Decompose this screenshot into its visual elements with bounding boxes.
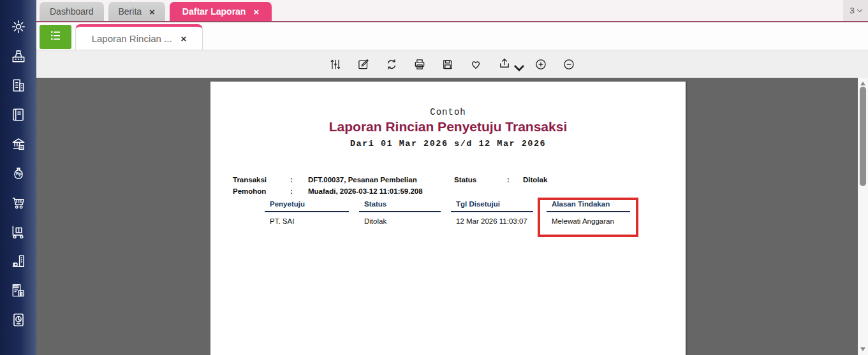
sub-tab-bar: Laporan Rincian ... × bbox=[36, 24, 868, 50]
report-viewer[interactable]: Contoh Laporan Rincian Penyetuju Transak… bbox=[36, 78, 858, 355]
chevron-down-icon[interactable] bbox=[513, 62, 519, 67]
scroll-down-arrow-icon[interactable] bbox=[860, 347, 865, 351]
tax-document-icon: TAX bbox=[10, 282, 27, 301]
close-icon[interactable]: × bbox=[181, 33, 187, 44]
tab-count-dropdown[interactable]: 3 bbox=[843, 0, 868, 21]
table-cell-status: Ditolak bbox=[364, 217, 386, 225]
money-bag-rp-icon: Rp bbox=[10, 165, 27, 184]
column-header-status: Status bbox=[359, 200, 441, 212]
sidebar-item-ledger[interactable] bbox=[9, 107, 28, 124]
sidebar-item-inventory[interactable] bbox=[9, 224, 28, 242]
detail-label-status: Status bbox=[454, 176, 476, 184]
factory-icon bbox=[10, 253, 27, 272]
shopping-cart-icon bbox=[10, 194, 27, 214]
refresh-icon[interactable] bbox=[385, 57, 399, 71]
column-header-alasan-tindakan: Alasan Tindakan bbox=[547, 200, 630, 212]
sidebar-item-cash[interactable]: Rp bbox=[9, 166, 28, 183]
edit-icon[interactable] bbox=[357, 57, 371, 71]
sidebar-item-cash-register[interactable] bbox=[9, 48, 28, 66]
detail-label-pemohon: Pemohon bbox=[233, 187, 266, 195]
cash-register-icon bbox=[10, 48, 27, 67]
detail-value-status: Ditolak bbox=[523, 176, 547, 184]
tab-label: Dashboard bbox=[50, 6, 94, 17]
bank-icon bbox=[10, 136, 27, 155]
sidebar: Rp TAX bbox=[0, 0, 36, 355]
tab-label: Daftar Laporan bbox=[182, 6, 246, 17]
export-button[interactable] bbox=[497, 57, 520, 71]
print-icon[interactable] bbox=[413, 57, 427, 71]
detail-separator: : bbox=[290, 176, 293, 184]
table-cell-tgl-disetujui: 12 Mar 2026 11:03:07 bbox=[456, 217, 527, 225]
tab-laporan-rincian[interactable]: Laporan Rincian ... × bbox=[75, 24, 203, 50]
tab-label: Berita bbox=[119, 6, 142, 17]
detail-separator: : bbox=[290, 187, 293, 195]
gear-icon bbox=[10, 18, 27, 38]
report-date-range: Dari 01 Mar 2026 s/d 12 Mar 2026 bbox=[210, 139, 686, 149]
sidebar-item-reports[interactable] bbox=[9, 312, 28, 330]
main-tab-bar: Dashboard Berita × Daftar Laporan × 3 bbox=[36, 0, 868, 22]
zoom-out-icon[interactable] bbox=[562, 57, 576, 71]
book-icon bbox=[10, 106, 27, 126]
scrollbar-thumb[interactable] bbox=[860, 87, 866, 186]
detail-value-transaksi: DFT.00037, Pesanan Pembelian bbox=[308, 176, 417, 184]
report-title: Laporan Rincian Penyetuju Transaksi bbox=[210, 119, 686, 134]
detail-label-transaksi: Transaksi bbox=[233, 176, 267, 184]
sidebar-item-purchasing[interactable] bbox=[9, 195, 28, 212]
sidebar-item-production[interactable] bbox=[9, 254, 28, 271]
list-menu-icon bbox=[48, 28, 63, 46]
tab-dashboard[interactable]: Dashboard bbox=[40, 2, 104, 21]
tab-count-value: 3 bbox=[850, 6, 854, 15]
column-header-penyetuju: Penyetuju bbox=[265, 200, 349, 212]
svg-text:Rp: Rp bbox=[16, 171, 22, 177]
report-toolbar bbox=[36, 50, 868, 78]
filter-sliders-icon[interactable] bbox=[328, 57, 342, 71]
sidebar-item-bank[interactable] bbox=[9, 136, 28, 154]
save-icon[interactable] bbox=[441, 57, 455, 71]
favorite-heart-icon[interactable] bbox=[469, 57, 483, 71]
sidebar-item-company[interactable] bbox=[9, 78, 28, 95]
detail-value-pemohon: Muafadi, 2026-03-12 11:01:59.208 bbox=[308, 187, 423, 195]
report-list-menu-button[interactable] bbox=[40, 25, 71, 49]
table-cell-alasan-tindakan: Melewati Anggaran bbox=[552, 217, 614, 225]
tab-daftar-laporan[interactable]: Daftar Laporan × bbox=[170, 2, 272, 21]
svg-text:TAX: TAX bbox=[14, 286, 18, 288]
report-page: Contoh Laporan Rincian Penyetuju Transak… bbox=[210, 82, 686, 355]
vertical-scrollbar[interactable] bbox=[858, 78, 868, 355]
export-icon bbox=[498, 57, 511, 72]
app-window: Rp TAX Dashboard Berita × Daftar Laporan… bbox=[0, 0, 868, 355]
sidebar-item-tax[interactable]: TAX bbox=[9, 283, 28, 300]
zoom-in-icon[interactable] bbox=[534, 57, 548, 71]
column-header-tgl-disetujui: Tgl Disetujui bbox=[451, 200, 533, 212]
chevron-down-icon bbox=[857, 7, 862, 12]
table-cell-penyetuju: PT. SAI bbox=[270, 217, 294, 225]
close-icon[interactable]: × bbox=[149, 7, 155, 17]
close-icon[interactable]: × bbox=[253, 7, 259, 17]
tab-berita[interactable]: Berita × bbox=[108, 2, 165, 21]
scroll-up-arrow-icon[interactable] bbox=[860, 82, 865, 85]
hand-truck-icon bbox=[10, 224, 27, 243]
pie-chart-report-icon bbox=[10, 312, 27, 331]
report-watermark: Contoh bbox=[210, 107, 686, 117]
sub-tab-label: Laporan Rincian ... bbox=[92, 33, 172, 44]
office-building-icon bbox=[10, 77, 27, 96]
sidebar-item-settings[interactable] bbox=[9, 19, 28, 36]
detail-separator: : bbox=[507, 176, 510, 184]
